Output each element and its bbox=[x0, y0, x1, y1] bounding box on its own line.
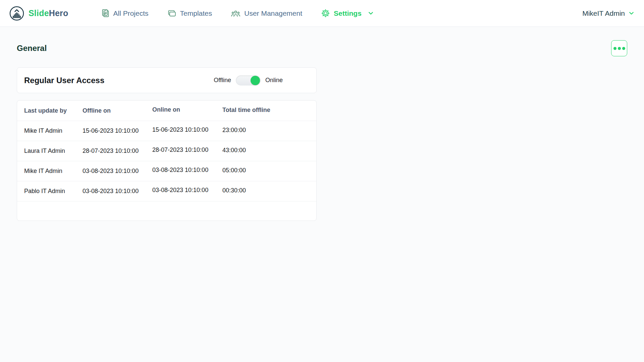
brand-name-hero: Hero bbox=[49, 8, 68, 18]
table-row: Mike IT Admin 03-08-2023 10:10:00 03-08-… bbox=[17, 161, 316, 181]
regular-user-access-card: Regular User Access Offline Online bbox=[17, 67, 317, 93]
cell-offline-on: 03-08-2023 10:10:00 bbox=[83, 168, 152, 175]
cell-total-time-offline: 05:00:00 bbox=[222, 167, 316, 174]
cell-last-update-by: Pablo IT Admin bbox=[24, 188, 83, 195]
cell-total-time-offline: 43:00:00 bbox=[222, 147, 316, 154]
online-toggle[interactable] bbox=[236, 75, 261, 85]
more-options-button[interactable] bbox=[611, 40, 627, 56]
cell-last-update-by: Laura IT Admin bbox=[24, 147, 83, 155]
primary-nav: All Projects Templates bbox=[101, 9, 374, 18]
brand-name: SlideHero bbox=[29, 8, 68, 18]
user-menu-label: MikeIT Admin bbox=[582, 9, 625, 17]
table-header-row: Last update by Offline on Online on Tota… bbox=[17, 101, 316, 121]
cell-offline-on: 28-07-2023 10:10:00 bbox=[83, 147, 152, 155]
nav-item-label: Templates bbox=[180, 9, 212, 17]
offline-label: Offline bbox=[214, 77, 231, 84]
page-header: General bbox=[17, 40, 627, 56]
table-empty-row bbox=[17, 201, 316, 221]
cell-online-on: 15-06-2023 10:10:00 bbox=[152, 126, 222, 133]
nav-item-label: Settings bbox=[334, 9, 362, 17]
brand-name-slide: Slide bbox=[29, 8, 49, 18]
table-row: Pablo IT Admin 03-08-2023 10:10:00 03-08… bbox=[17, 181, 316, 201]
cell-online-on: 03-08-2023 10:10:00 bbox=[152, 187, 222, 194]
nav-item-label: All Projects bbox=[113, 9, 149, 17]
ellipsis-icon bbox=[613, 47, 616, 50]
table-row: Laura IT Admin 28-07-2023 10:10:00 28-07… bbox=[17, 141, 316, 161]
page-title: General bbox=[17, 44, 47, 53]
nav-item-templates[interactable]: Templates bbox=[167, 9, 212, 17]
toggle-knob bbox=[251, 76, 260, 85]
column-header-online-on: Online on bbox=[152, 106, 222, 113]
column-header-total-time-offline: Total time offline bbox=[222, 107, 316, 114]
cell-online-on: 28-07-2023 10:10:00 bbox=[152, 146, 222, 154]
access-card-title: Regular User Access bbox=[24, 76, 104, 85]
table-row: Mike IT Admin 15-06-2023 10:10:00 15-06-… bbox=[17, 121, 316, 141]
gear-icon bbox=[321, 9, 330, 18]
brand-home-link[interactable]: SlideHero bbox=[9, 6, 68, 21]
access-history-table: Last update by Offline on Online on Tota… bbox=[17, 100, 317, 221]
nav-item-label: User Management bbox=[244, 9, 302, 17]
cell-last-update-by: Mike IT Admin bbox=[24, 127, 83, 134]
documents-icon bbox=[101, 9, 110, 18]
cell-total-time-offline: 00:30:00 bbox=[222, 187, 316, 194]
chevron-down-icon bbox=[628, 10, 635, 16]
nav-item-settings[interactable]: Settings bbox=[321, 9, 374, 18]
cell-offline-on: 15-06-2023 10:10:00 bbox=[83, 127, 152, 134]
online-label: Online bbox=[265, 77, 283, 84]
chevron-down-icon bbox=[368, 10, 374, 16]
user-menu[interactable]: MikeIT Admin bbox=[582, 9, 635, 17]
slidehero-logo-icon bbox=[9, 6, 24, 21]
cell-last-update-by: Mike IT Admin bbox=[24, 168, 83, 175]
cell-total-time-offline: 23:00:00 bbox=[222, 127, 316, 134]
cell-online-on: 03-08-2023 10:10:00 bbox=[152, 167, 222, 174]
column-header-last-update-by: Last update by bbox=[24, 107, 83, 114]
online-toggle-group: Offline Online bbox=[214, 75, 283, 85]
nav-item-all-projects[interactable]: All Projects bbox=[101, 9, 149, 18]
page-content: General Regular User Access Offline Onli… bbox=[0, 40, 644, 221]
people-group-icon bbox=[231, 9, 240, 17]
cell-offline-on: 03-08-2023 10:10:00 bbox=[83, 188, 152, 195]
nav-item-user-management[interactable]: User Management bbox=[231, 9, 302, 17]
column-header-offline-on: Offline on bbox=[83, 107, 152, 114]
cards-stack-icon bbox=[167, 9, 176, 17]
top-navbar: SlideHero All Projects bbox=[0, 0, 644, 27]
